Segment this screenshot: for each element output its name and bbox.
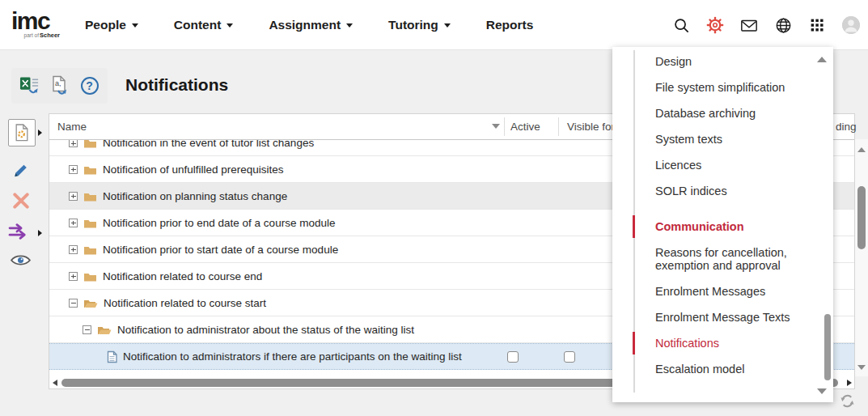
expand-plus-icon[interactable]	[69, 192, 78, 201]
nav-item-content[interactable]: Content	[174, 18, 234, 32]
scroll-down-arrow[interactable]	[857, 365, 866, 370]
nav-item-reports[interactable]: Reports	[486, 18, 534, 32]
sort-dropdown-icon[interactable]	[492, 124, 500, 129]
menu-item-enrolment-messages[interactable]: Enrolment Messages	[612, 278, 833, 304]
column-header-active[interactable]: Active	[510, 121, 540, 133]
apps-grid-icon[interactable]	[808, 16, 826, 34]
row-label: Notification related to course start	[104, 297, 266, 309]
main-nav: People Content Assignment Tutoring Repor…	[85, 18, 533, 32]
scroll-up-arrow[interactable]	[857, 147, 866, 152]
row-label: Notification of unfulfilled prerequisite…	[103, 163, 284, 176]
menu-item-reasons-cancellation[interactable]: Reasons for cancellation, exemption and …	[612, 240, 833, 278]
row-label: Notification prior to end date of a cour…	[103, 217, 335, 229]
settings-dropdown-menu: Design File system simplification Databa…	[612, 47, 833, 402]
folder-closed-icon	[83, 191, 97, 202]
search-icon[interactable]	[672, 16, 690, 34]
menu-scroll-up-arrow[interactable]	[817, 57, 827, 62]
assign-arrows-icon[interactable]	[8, 223, 30, 244]
chevron-down-icon	[444, 23, 451, 28]
language-globe-icon[interactable]	[774, 16, 792, 34]
folder-closed-icon	[83, 218, 97, 228]
column-header-name[interactable]: Name	[57, 121, 87, 133]
expand-plus-icon[interactable]	[69, 219, 78, 227]
menu-item-escalation-model[interactable]: Escalation model	[612, 356, 833, 382]
active-checkbox[interactable]	[507, 351, 519, 363]
account-avatar[interactable]	[842, 16, 860, 34]
row-label: Notification on planning status change	[103, 190, 287, 202]
chevron-down-icon	[346, 23, 353, 28]
vertical-scrollbar-thumb[interactable]	[857, 186, 866, 249]
svg-text:a,: a,	[55, 79, 61, 87]
menu-item-database-archiving[interactable]: Database archiving	[612, 100, 833, 126]
menu-item-system-texts[interactable]: System texts	[612, 126, 833, 152]
menu-item-enrolment-message-texts[interactable]: Enrolment Message Texts	[612, 304, 833, 330]
nav-item-people[interactable]: People	[85, 18, 138, 32]
expand-plus-icon[interactable]	[69, 165, 78, 174]
folder-open-icon	[83, 298, 98, 308]
chevron-down-icon	[132, 23, 138, 28]
menu-item-file-system-simplification[interactable]: File system simplification	[612, 74, 833, 100]
text-export-icon[interactable]: a,	[49, 75, 70, 96]
excel-export-icon[interactable]	[19, 75, 40, 96]
menu-item-solr-indices[interactable]: SOLR indices	[612, 178, 833, 204]
refresh-icon[interactable]	[840, 393, 856, 410]
collapse-minus-icon[interactable]	[83, 325, 91, 334]
settings-gear-icon[interactable]	[706, 16, 724, 34]
row-label: Notification to administrator about the …	[117, 324, 414, 336]
chevron-down-icon	[227, 23, 233, 28]
menu-items: Design File system simplification Databa…	[612, 47, 833, 382]
mail-icon[interactable]	[740, 16, 758, 34]
row-label: Notification to administrators if there …	[123, 350, 462, 363]
menu-scroll-down-arrow[interactable]	[817, 388, 827, 394]
folder-closed-icon	[83, 140, 97, 148]
new-entry-button[interactable]	[8, 119, 36, 146]
imc-logo[interactable]: imc part ofScheer	[11, 11, 60, 39]
menu-item-design[interactable]: Design	[612, 49, 833, 74]
app-window: imc part ofScheer People Content Assignm…	[0, 0, 868, 416]
row-label: Notification in the event of tutor list …	[103, 140, 314, 149]
folder-closed-icon	[83, 244, 97, 255]
logo-text: imc	[11, 11, 60, 31]
expand-plus-icon[interactable]	[69, 272, 78, 281]
nav-item-tutoring[interactable]: Tutoring	[388, 18, 451, 32]
active-item-marker	[633, 332, 635, 354]
menu-scrollbar-thumb[interactable]	[824, 314, 831, 380]
menu-item-notifications-active[interactable]: Notifications	[612, 330, 833, 356]
folder-closed-icon	[83, 164, 97, 175]
document-icon	[107, 350, 117, 363]
folder-open-icon	[97, 325, 112, 335]
page-title: Notifications	[125, 75, 228, 95]
edit-pencil-icon[interactable]	[11, 160, 31, 184]
scroll-left-arrow[interactable]	[53, 380, 57, 386]
help-icon[interactable]	[79, 75, 100, 96]
row-label: Notification prior to start date of a co…	[103, 244, 338, 256]
delete-x-icon[interactable]	[12, 192, 30, 213]
column-header-truncated[interactable]: ding	[836, 121, 857, 133]
menu-item-licences[interactable]: Licences	[612, 152, 833, 178]
nav-item-assignment[interactable]: Assignment	[269, 18, 353, 32]
page-action-toolbar: a,	[11, 68, 108, 104]
visible-for-checkbox[interactable]	[564, 351, 575, 363]
folder-closed-icon	[83, 271, 97, 282]
collapse-minus-icon[interactable]	[69, 299, 78, 308]
vertical-scrollbar	[855, 139, 868, 376]
scroll-right-arrow[interactable]	[847, 380, 852, 386]
expand-plus-icon[interactable]	[69, 245, 78, 254]
top-navbar: imc part ofScheer People Content Assignm…	[0, 0, 868, 50]
row-label: Notification related to course end	[103, 270, 262, 282]
new-entry-flyout-arrow[interactable]	[38, 129, 42, 136]
expand-plus-icon[interactable]	[69, 140, 78, 147]
menu-section-header-communication: Communication	[612, 214, 833, 240]
preview-eye-icon[interactable]	[10, 253, 32, 270]
assign-flyout-arrow[interactable]	[38, 230, 42, 236]
topbar-icon-cluster	[672, 0, 860, 50]
communication-section-marker	[633, 215, 635, 238]
